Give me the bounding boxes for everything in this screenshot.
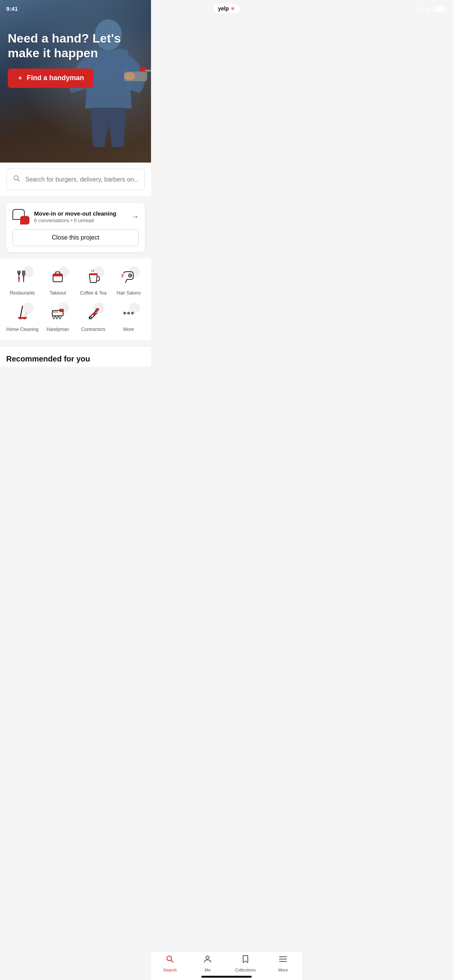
home-cleaning-icon-wrap bbox=[11, 303, 34, 324]
cup-icon bbox=[86, 269, 101, 285]
wrench-icon bbox=[86, 305, 101, 321]
home-cleaning-label: Home Cleaning bbox=[6, 327, 38, 333]
svg-rect-16 bbox=[89, 273, 98, 275]
hero-section: Need a hand? Let's make it happen ⚬ Find… bbox=[0, 0, 151, 163]
takeout-label: Takeout bbox=[50, 290, 66, 296]
svg-line-22 bbox=[20, 306, 22, 319]
contractors-label: Contractors bbox=[81, 327, 105, 333]
svg-point-32 bbox=[127, 312, 130, 314]
hair-salons-label: Hair Salons bbox=[117, 290, 141, 296]
coffee-tea-label: Coffee & Tea bbox=[80, 290, 106, 296]
status-bar: 9:41 yelp ✳ ▾▴ ▓▓▓ bbox=[0, 0, 151, 17]
recommended-title: Recommended for you bbox=[6, 355, 145, 363]
hero-content: Need a hand? Let's make it happen ⚬ Find… bbox=[8, 31, 143, 88]
hairdryer-icon bbox=[121, 269, 136, 285]
project-info-left: Move-in or move-out cleaning 6 conversat… bbox=[12, 209, 117, 224]
close-project-button[interactable]: Close this project bbox=[12, 229, 139, 246]
find-handyman-button[interactable]: ⚬ Find a handyman bbox=[8, 69, 93, 88]
search-icon bbox=[13, 175, 21, 184]
search-section bbox=[0, 163, 151, 197]
handyman-icon-wrap bbox=[46, 303, 69, 324]
bag-icon bbox=[50, 269, 65, 285]
project-details: Move-in or move-out cleaning 6 conversat… bbox=[34, 210, 117, 223]
coffee-icon-wrap bbox=[82, 266, 105, 287]
status-time: 9:41 bbox=[6, 5, 18, 12]
project-title: Move-in or move-out cleaning bbox=[34, 210, 117, 217]
svg-point-31 bbox=[124, 312, 126, 314]
hair-salons-icon-wrap bbox=[117, 266, 140, 287]
svg-rect-13 bbox=[53, 274, 62, 276]
saw-icon bbox=[50, 305, 65, 321]
category-item-contractors[interactable]: Contractors bbox=[77, 303, 110, 333]
project-header: Move-in or move-out cleaning 6 conversat… bbox=[12, 209, 139, 224]
svg-point-24 bbox=[25, 312, 27, 314]
category-item-hair-salons[interactable]: Hair Salons bbox=[113, 266, 145, 296]
category-item-coffee-tea[interactable]: Coffee & Tea bbox=[77, 266, 110, 296]
more-icon-wrap bbox=[117, 303, 140, 324]
svg-rect-30 bbox=[92, 312, 96, 316]
svg-point-33 bbox=[131, 312, 134, 314]
svg-rect-10 bbox=[18, 277, 20, 279]
category-item-restaurants[interactable]: Restaurants bbox=[6, 266, 39, 296]
recommended-section: Recommended for you bbox=[0, 346, 151, 367]
svg-rect-11 bbox=[23, 275, 24, 278]
svg-point-29 bbox=[96, 308, 99, 311]
restaurants-label: Restaurants bbox=[10, 290, 35, 296]
search-input[interactable] bbox=[25, 176, 138, 183]
broom-icon bbox=[15, 305, 30, 322]
categories-section: Restaurants Takeout bbox=[0, 259, 151, 340]
project-card: Move-in or move-out cleaning 6 conversat… bbox=[6, 203, 145, 252]
category-item-takeout[interactable]: Takeout bbox=[42, 266, 74, 296]
takeout-icon-wrap bbox=[46, 266, 69, 287]
svg-point-18 bbox=[129, 275, 131, 276]
arrow-right-icon[interactable]: → bbox=[132, 213, 139, 221]
chat-icon bbox=[12, 209, 29, 224]
category-item-more[interactable]: More bbox=[113, 303, 145, 333]
svg-rect-3 bbox=[145, 70, 151, 72]
restaurants-icon-wrap bbox=[11, 266, 34, 287]
category-item-handyman[interactable]: Handyman bbox=[42, 303, 74, 333]
contractors-icon-wrap bbox=[82, 303, 105, 324]
svg-point-28 bbox=[89, 317, 91, 319]
categories-grid: Restaurants Takeout bbox=[6, 266, 145, 332]
hero-title: Need a hand? Let's make it happen bbox=[8, 31, 143, 61]
more-categories-label: More bbox=[124, 327, 134, 333]
svg-line-21 bbox=[122, 276, 123, 277]
svg-line-6 bbox=[18, 180, 20, 182]
category-item-home-cleaning[interactable]: Home Cleaning bbox=[6, 303, 39, 333]
svg-line-19 bbox=[122, 274, 123, 275]
search-bar[interactable] bbox=[6, 169, 145, 190]
fork-knife-icon bbox=[15, 269, 30, 285]
dots-icon bbox=[121, 305, 136, 321]
project-meta: 6 conversations • 0 unread bbox=[34, 218, 117, 223]
svg-rect-26 bbox=[59, 309, 64, 312]
search-icon: ⚬ bbox=[17, 74, 23, 82]
handyman-label: Handyman bbox=[46, 327, 69, 333]
